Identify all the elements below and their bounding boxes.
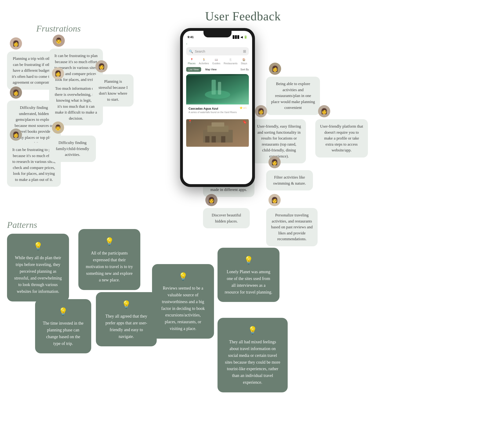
phone-card-2-bookmark[interactable]: 🔖 [242, 120, 247, 124]
avatar-f3: 👩 [10, 87, 22, 99]
pattern-bubble-5: 💡 Reviews seemed to be a valuable source… [152, 264, 214, 339]
svg-rect-10 [221, 136, 225, 143]
goal-bubble-8: Discover beautiful hidden places. [203, 208, 250, 228]
lightbulb-icon-3: 💡 [42, 306, 84, 318]
svg-rect-3 [218, 82, 221, 94]
goal-bubble-2: Being able to explore activities and res… [266, 77, 320, 115]
phone-filter-icon: ⊞ [243, 49, 246, 54]
phone-nav-guides[interactable]: 📖Guides [212, 58, 220, 65]
patterns-section-title: Patterns [7, 220, 37, 230]
phone-card-1-image [186, 74, 249, 104]
svg-rect-7 [212, 122, 224, 127]
goal-bubble-5: User-friendly platform that doesn't requ… [315, 119, 368, 158]
svg-rect-2 [212, 80, 216, 94]
phone-map-view-btn[interactable]: Map View [203, 67, 219, 72]
avatar-g8: 👩 [205, 194, 217, 206]
avatar-g5: 👩 [318, 105, 330, 117]
svg-rect-9 [212, 136, 216, 143]
avatar-g4: 👩 [255, 105, 267, 117]
phone-search-placeholder: Search [195, 49, 205, 53]
avatar-f1: 👩 [10, 37, 22, 49]
avatar-g2: 👩 [269, 63, 281, 75]
phone-card-1-desc: A series of waterfalls found on the Xani… [189, 111, 247, 114]
frustration-bubble-5: Planning is stressful because I don't kn… [93, 74, 133, 107]
lightbulb-icon-6: 💡 [224, 254, 272, 266]
avatar-f2: 👨 [53, 35, 65, 47]
phone-card-1[interactable]: 📍 🔖 [186, 74, 249, 115]
phone-nav: 📍Places 🏃Activities 📖Guides 🍴Restaurants… [186, 58, 249, 65]
goal-bubble-9: Personalize traveling activities, and re… [266, 208, 318, 246]
svg-point-1 [205, 90, 230, 99]
phone-nav-stays[interactable]: 🏠Stays [241, 58, 247, 65]
phone-view-controls: List View Map View Sort By [186, 67, 249, 72]
pattern-bubble-2: 💡 All of the participants expressed that… [78, 229, 140, 290]
pattern-bubble-3: 💡 The time invested in the planning phas… [35, 299, 91, 353]
pattern-bubble-4: 💡 They all agreed that they prefer apps … [96, 292, 157, 346]
pattern-bubble-6: 💡 Lonely Planet was among one of the sit… [217, 248, 280, 302]
phone-search-icon: 🔍 [189, 49, 193, 53]
avatar-g9: 👩 [269, 194, 281, 206]
phone-nav-activities[interactable]: 🏃Activities [199, 58, 209, 65]
frustration-bubble-7: Difficulty finding family/child-friendly… [49, 136, 96, 162]
avatar-f6: 👩 [10, 128, 22, 141]
frustrations-section-title: Frustrations [36, 23, 81, 34]
lightbulb-icon-7: 💡 [224, 324, 281, 336]
phone-mockup: 9:41 ▊▊▊ ◀ 🔋 ‹ 🔍 Search ⊞ 📍Places 🏃Activ… [180, 28, 255, 187]
lightbulb-icon-1: 💡 [14, 240, 62, 252]
svg-rect-8 [205, 136, 209, 143]
svg-rect-0 [186, 75, 249, 103]
lightbulb-icon-4: 💡 [103, 299, 150, 311]
phone-nav-restaurants[interactable]: 🍴Restaurants [223, 58, 237, 65]
phone-nav-places[interactable]: 📍Places [188, 58, 196, 65]
phone-card-1-name: Cascadas Agua Azul [189, 107, 218, 110]
goal-bubble-7: Filter activities like swimming & nature… [266, 170, 313, 191]
pattern-bubble-7: 💡 They all had mixed feelings about trav… [217, 318, 288, 392]
phone-search-bar[interactable]: 🔍 Search ⊞ [186, 47, 249, 55]
lightbulb-icon-2: 💡 [85, 236, 133, 248]
phone-card-1-rating: ⭐ 4.5 [239, 106, 247, 109]
phone-card-2[interactable]: 📍 🔖 [186, 118, 249, 148]
phone-card-2-pin: 📍 [188, 120, 192, 124]
phone-sort-btn[interactable]: Sort By [240, 68, 249, 71]
avatar-f4: 👩 [52, 67, 64, 80]
page-title: User Feedback [0, 0, 486, 23]
phone-time: 9:41 [188, 35, 194, 39]
phone-list-view-btn[interactable]: List View [186, 67, 201, 72]
lightbulb-icon-5: 💡 [159, 271, 207, 282]
avatar-f7: 👨 [52, 121, 64, 134]
phone-card-2-image [186, 118, 249, 148]
avatar-f5: 👩 [95, 60, 107, 72]
avatar-g7: 👩 [269, 156, 281, 168]
pattern-bubble-1: 💡 While they all do plan their trips bef… [7, 234, 69, 302]
